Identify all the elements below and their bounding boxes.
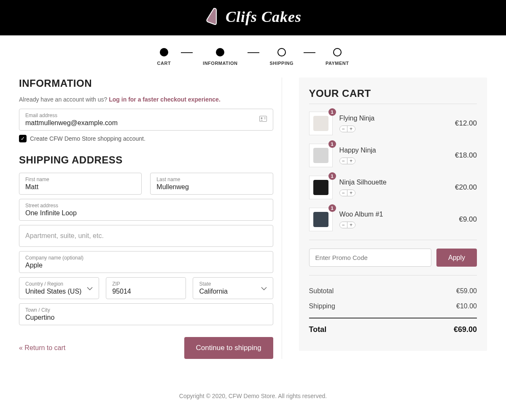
cart-item: 1 Flying Ninja − + €12.00 (309, 112, 477, 135)
subtotal-value: €59.00 (456, 287, 477, 295)
qty-badge: 1 (328, 204, 336, 212)
thumb-image (313, 116, 328, 131)
total-label: Total (309, 325, 327, 334)
promo-code-input[interactable] (309, 249, 431, 267)
email-label: Email address (25, 112, 267, 118)
account-prompt: Already have an account with us? Log in … (19, 96, 273, 103)
item-price: €12.00 (455, 119, 477, 128)
thumb-image (313, 212, 328, 227)
apt-field-wrap[interactable] (19, 225, 273, 247)
logo-icon (205, 8, 221, 26)
state-select-wrap[interactable]: State (193, 277, 273, 299)
checkout-progress: CART INFORMATION SHIPPING PAYMENT (0, 35, 506, 78)
last-name-field[interactable] (156, 183, 266, 191)
state-select[interactable] (199, 288, 266, 295)
item-thumb-wrap: 1 (309, 112, 333, 135)
qty-increase-button[interactable]: + (347, 222, 355, 228)
qty-stepper: − + (339, 126, 355, 132)
item-thumb-wrap: 1 (309, 208, 333, 231)
step-separator (304, 52, 315, 53)
cart-summary-panel: YOUR CART 1 Flying Ninja − + €12.00 1 Ha… (299, 78, 487, 351)
item-name: Happy Ninja (339, 147, 448, 154)
brand-name: Clifs Cakes (226, 8, 301, 26)
email-field[interactable] (25, 119, 267, 127)
information-heading: INFORMATION (19, 78, 273, 89)
country-select[interactable] (25, 288, 93, 295)
qty-increase-button[interactable]: + (347, 158, 355, 164)
cart-totals: Subtotal €59.00 Shipping €10.00 Total €6… (309, 287, 477, 334)
zip-field-wrap[interactable]: ZIP (106, 277, 186, 299)
step-dot-icon (333, 48, 342, 56)
qty-increase-button[interactable]: + (347, 126, 355, 132)
qty-stepper: − + (339, 190, 355, 196)
first-name-field-wrap[interactable]: First name (19, 173, 142, 195)
step-information[interactable]: INFORMATION (203, 48, 237, 66)
item-thumb-wrap: 1 (309, 144, 333, 167)
item-name: Woo Album #1 (339, 211, 452, 218)
qty-decrease-button[interactable]: − (340, 222, 347, 228)
divider (309, 104, 477, 104)
item-price: €9.00 (459, 215, 477, 224)
thumb-image (313, 148, 328, 163)
create-account-checkbox[interactable]: ✓ Create CFW Demo Store shopping account… (19, 135, 273, 142)
step-separator (181, 52, 193, 53)
step-dot-icon (160, 48, 168, 56)
item-thumb-wrap: 1 (309, 176, 333, 199)
shipping-heading: SHIPPING ADDRESS (19, 154, 273, 166)
step-separator (248, 52, 259, 53)
qty-stepper: − + (339, 158, 355, 164)
item-thumb (309, 144, 333, 167)
country-select-wrap[interactable]: Country / Region (19, 277, 99, 299)
qty-decrease-button[interactable]: − (340, 190, 347, 196)
total-value: €69.00 (454, 325, 477, 334)
qty-badge: 1 (328, 140, 336, 148)
thumb-image (313, 180, 328, 195)
qty-badge: 1 (328, 108, 336, 116)
checkbox-checked-icon: ✓ (19, 135, 27, 142)
company-field-wrap[interactable]: Company name (optional) (19, 251, 273, 273)
footer-copyright: Copyright © 2020, CFW Demo Store. All ri… (0, 380, 506, 420)
city-field[interactable] (25, 314, 267, 321)
contact-card-icon (259, 116, 267, 123)
street-field[interactable] (25, 209, 267, 217)
street-field-wrap[interactable]: Street address (19, 199, 273, 221)
item-name: Flying Ninja (339, 115, 448, 122)
create-account-label: Create CFW Demo Store shopping account. (30, 135, 145, 142)
step-shipping[interactable]: SHIPPING (269, 48, 293, 66)
step-dot-icon (216, 48, 224, 56)
qty-decrease-button[interactable]: − (340, 158, 347, 164)
apply-promo-button[interactable]: Apply (436, 249, 477, 267)
item-price: €20.00 (455, 183, 477, 192)
item-price: €18.00 (455, 151, 477, 160)
svg-point-1 (261, 118, 262, 119)
cart-item: 1 Ninja Silhouette − + €20.00 (309, 176, 477, 199)
cart-title: YOUR CART (309, 88, 477, 99)
qty-increase-button[interactable]: + (347, 190, 355, 196)
city-field-wrap[interactable]: Town / City (19, 303, 273, 325)
item-thumb (309, 208, 333, 231)
step-cart[interactable]: CART (157, 48, 171, 66)
company-field[interactable] (25, 262, 267, 269)
shipping-label: Shipping (309, 302, 335, 310)
last-name-field-wrap[interactable]: Last name (150, 173, 273, 195)
item-thumb (309, 112, 333, 135)
qty-badge: 1 (328, 172, 336, 180)
subtotal-label: Subtotal (309, 287, 334, 295)
step-payment[interactable]: PAYMENT (326, 48, 349, 66)
site-logo[interactable]: Clifs Cakes (205, 8, 301, 26)
shipping-value: €10.00 (456, 302, 477, 310)
promo-row: Apply (309, 240, 477, 276)
email-field-wrap[interactable]: Email address (19, 109, 273, 131)
item-thumb (309, 176, 333, 199)
login-link[interactable]: Log in for a faster checkout experience. (109, 96, 221, 103)
qty-stepper: − + (339, 222, 355, 228)
qty-decrease-button[interactable]: − (340, 126, 347, 132)
continue-to-shipping-button[interactable]: Continue to shipping (184, 337, 273, 359)
first-name-field[interactable] (25, 183, 135, 191)
cart-item: 1 Happy Ninja − + €18.00 (309, 144, 477, 167)
zip-field[interactable] (112, 288, 180, 295)
item-name: Ninja Silhouette (339, 179, 448, 186)
return-to-cart-link[interactable]: « Return to cart (19, 344, 65, 352)
cart-item: 1 Woo Album #1 − + €9.00 (309, 208, 477, 231)
apt-field[interactable] (25, 232, 267, 240)
